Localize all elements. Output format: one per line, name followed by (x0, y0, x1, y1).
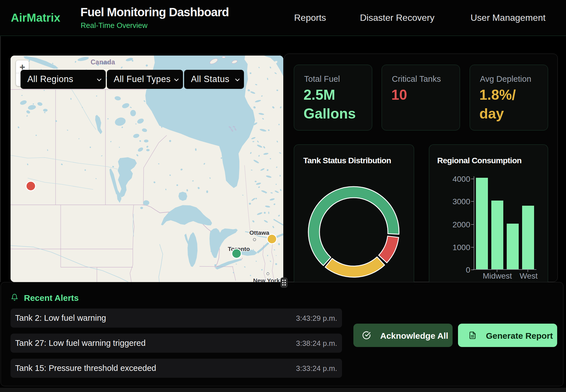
svg-text:1000: 1000 (453, 243, 470, 252)
svg-text:West: West (520, 271, 538, 280)
svg-text:Midwest: Midwest (483, 271, 512, 280)
svg-text:2000: 2000 (453, 220, 470, 229)
svg-text:4000: 4000 (453, 175, 470, 183)
svg-text:Ottawa: Ottawa (249, 229, 269, 236)
svg-text:Canada: Canada (91, 58, 115, 66)
svg-text:0: 0 (466, 266, 470, 274)
svg-text:New York: New York (253, 277, 280, 282)
svg-text:3000: 3000 (453, 197, 470, 206)
